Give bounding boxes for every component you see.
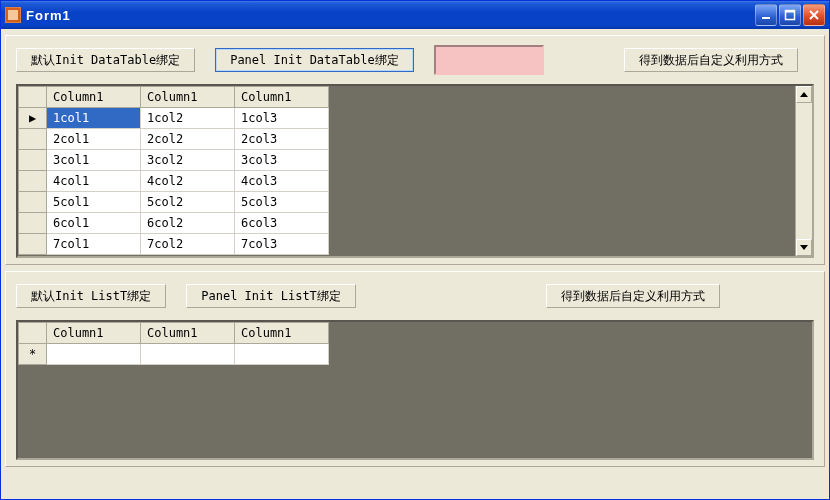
table-header-row: Column1Column1Column1 bbox=[19, 87, 329, 108]
btn-custom-use-top[interactable]: 得到数据后自定义利用方式 bbox=[624, 48, 798, 72]
cell[interactable]: 1col2 bbox=[141, 108, 235, 129]
svg-rect-0 bbox=[762, 17, 770, 19]
close-button[interactable] bbox=[803, 4, 825, 26]
minimize-button[interactable] bbox=[755, 4, 777, 26]
row-header[interactable]: ▶ bbox=[19, 108, 47, 129]
column-header[interactable]: Column1 bbox=[47, 87, 141, 108]
btn-panel-init-listt[interactable]: Panel Init ListT绑定 bbox=[186, 284, 356, 308]
datagrid-bottom[interactable]: Column1Column1Column1* bbox=[16, 320, 814, 460]
cell[interactable]: 6col1 bbox=[47, 213, 141, 234]
cell[interactable]: 4col1 bbox=[47, 171, 141, 192]
cell[interactable]: 2col3 bbox=[235, 129, 329, 150]
window-frame: Form1 默认Init DataTable绑定 Panel Init Data… bbox=[0, 0, 830, 500]
maximize-button[interactable] bbox=[779, 4, 801, 26]
btn-default-init-listt[interactable]: 默认Init ListT绑定 bbox=[16, 284, 166, 308]
cell[interactable] bbox=[235, 344, 329, 365]
client-area: 默认Init DataTable绑定 Panel Init DataTable绑… bbox=[1, 29, 829, 499]
cell[interactable]: 1col3 bbox=[235, 108, 329, 129]
row-header-new[interactable]: * bbox=[19, 344, 47, 365]
column-header[interactable]: Column1 bbox=[47, 323, 141, 344]
column-header[interactable]: Column1 bbox=[235, 87, 329, 108]
scroll-track[interactable] bbox=[796, 103, 812, 239]
cell[interactable]: 2col2 bbox=[141, 129, 235, 150]
corner-cell[interactable] bbox=[19, 323, 47, 344]
cell[interactable]: 2col1 bbox=[47, 129, 141, 150]
row-header[interactable] bbox=[19, 192, 47, 213]
column-header[interactable]: Column1 bbox=[235, 323, 329, 344]
datagrid-top[interactable]: Column1Column1Column1▶1col11col21col32co… bbox=[16, 84, 814, 258]
cell[interactable]: 3col3 bbox=[235, 150, 329, 171]
svg-rect-2 bbox=[786, 11, 795, 13]
new-row[interactable]: * bbox=[19, 344, 329, 365]
cell[interactable] bbox=[141, 344, 235, 365]
titlebar[interactable]: Form1 bbox=[1, 1, 829, 29]
cell[interactable]: 6col2 bbox=[141, 213, 235, 234]
bottom-panel: 默认Init ListT绑定 Panel Init ListT绑定 得到数据后自… bbox=[5, 271, 825, 467]
column-header[interactable]: Column1 bbox=[141, 323, 235, 344]
pink-box bbox=[434, 45, 544, 75]
cell[interactable]: 4col3 bbox=[235, 171, 329, 192]
table-row[interactable]: 5col15col25col3 bbox=[19, 192, 329, 213]
btn-custom-use-bottom[interactable]: 得到数据后自定义利用方式 bbox=[546, 284, 720, 308]
corner-cell[interactable] bbox=[19, 87, 47, 108]
row-header[interactable] bbox=[19, 234, 47, 255]
scrollbar-vertical[interactable] bbox=[795, 86, 812, 256]
btn-panel-init-datatable[interactable]: Panel Init DataTable绑定 bbox=[215, 48, 414, 72]
cell[interactable]: 7col1 bbox=[47, 234, 141, 255]
app-icon bbox=[5, 7, 21, 23]
table-row[interactable]: 4col14col24col3 bbox=[19, 171, 329, 192]
btn-default-init-datatable[interactable]: 默认Init DataTable绑定 bbox=[16, 48, 195, 72]
scroll-up-button[interactable] bbox=[796, 86, 812, 103]
column-header[interactable]: Column1 bbox=[141, 87, 235, 108]
row-header[interactable] bbox=[19, 150, 47, 171]
top-panel: 默认Init DataTable绑定 Panel Init DataTable绑… bbox=[5, 35, 825, 265]
window-title: Form1 bbox=[26, 8, 71, 23]
cell[interactable]: 7col2 bbox=[141, 234, 235, 255]
cell[interactable]: 4col2 bbox=[141, 171, 235, 192]
cell[interactable]: 7col3 bbox=[235, 234, 329, 255]
cell[interactable] bbox=[47, 344, 141, 365]
top-button-row: 默认Init DataTable绑定 Panel Init DataTable绑… bbox=[16, 42, 814, 78]
table-row[interactable]: 3col13col23col3 bbox=[19, 150, 329, 171]
cell[interactable]: 5col2 bbox=[141, 192, 235, 213]
row-header[interactable] bbox=[19, 129, 47, 150]
cell[interactable]: 1col1 bbox=[47, 108, 141, 129]
cell[interactable]: 5col3 bbox=[235, 192, 329, 213]
table-row[interactable]: 7col17col27col3 bbox=[19, 234, 329, 255]
row-header[interactable] bbox=[19, 213, 47, 234]
cell[interactable]: 3col2 bbox=[141, 150, 235, 171]
cell[interactable]: 3col1 bbox=[47, 150, 141, 171]
bottom-button-row: 默认Init ListT绑定 Panel Init ListT绑定 得到数据后自… bbox=[16, 278, 814, 314]
table-row[interactable]: 6col16col26col3 bbox=[19, 213, 329, 234]
row-header[interactable] bbox=[19, 171, 47, 192]
cell[interactable]: 6col3 bbox=[235, 213, 329, 234]
cell[interactable]: 5col1 bbox=[47, 192, 141, 213]
table-row[interactable]: 2col12col22col3 bbox=[19, 129, 329, 150]
scroll-down-button[interactable] bbox=[796, 239, 812, 256]
table-row[interactable]: ▶1col11col21col3 bbox=[19, 108, 329, 129]
table-header-row: Column1Column1Column1 bbox=[19, 323, 329, 344]
